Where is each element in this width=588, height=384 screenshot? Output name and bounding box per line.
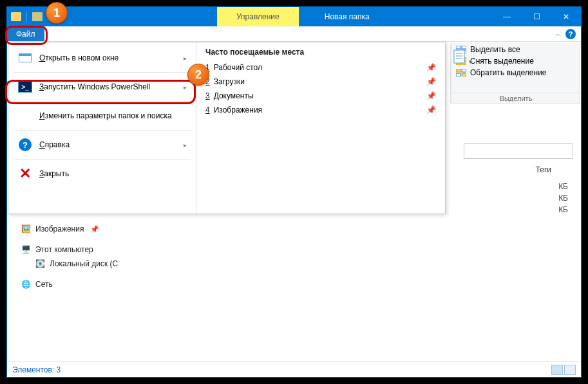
select-none-label: Снять выделение	[470, 57, 534, 66]
svg-rect-8	[456, 69, 460, 72]
column-header-tags[interactable]: Теги	[536, 165, 551, 174]
pin-icon[interactable]: 📌	[426, 77, 436, 86]
menu-separator	[14, 159, 191, 160]
folder-icon	[11, 12, 21, 21]
svg-rect-11	[462, 73, 466, 77]
size-value: КБ	[558, 205, 568, 214]
nav-label: Изображения	[35, 224, 84, 233]
help-icon[interactable]: ?	[565, 29, 576, 39]
quick-access-toolbar: ▾	[7, 12, 50, 22]
close-x-icon: ✕	[19, 167, 31, 181]
file-menu: Открыть в новом окне ▸ >_ Запустить Wind…	[8, 42, 446, 214]
callout-badge-2: 2	[187, 64, 209, 86]
status-bar: Элементов: 3	[7, 361, 581, 377]
close-button[interactable]: ✕	[551, 7, 581, 26]
svg-rect-12	[454, 50, 464, 63]
file-tab[interactable]: Файл	[7, 26, 44, 41]
network-icon: 🌐	[20, 279, 32, 289]
select-all-button[interactable]: Выделить все	[456, 45, 576, 54]
ribbon-group-title: Выделить	[452, 93, 580, 104]
svg-rect-1	[462, 46, 466, 49]
contextual-tab-manage[interactable]: Управление	[217, 7, 299, 26]
icons-view-button[interactable]	[564, 365, 576, 375]
maximize-button[interactable]: ☐	[522, 7, 551, 26]
details-view-button[interactable]	[551, 365, 563, 375]
window-title: Новая папка	[325, 12, 370, 21]
minimize-button[interactable]: —	[492, 7, 522, 26]
new-window-icon	[19, 53, 32, 62]
svg-rect-9	[462, 69, 466, 72]
ribbon-partial-icon: ▾	[453, 50, 472, 66]
pin-icon: 📌	[90, 225, 99, 233]
disk-icon: 💽	[34, 259, 46, 269]
nav-pictures[interactable]: 🖼️ Изображения 📌	[20, 222, 142, 236]
submenu-arrow-icon: ▸	[184, 142, 187, 149]
help-item[interactable]: ? Справка ▸	[8, 133, 196, 156]
place-label: РабРабочий столочий стол	[214, 63, 262, 72]
frequent-place-downloads[interactable]: 2 Загрузки 📌	[205, 75, 436, 89]
open-new-window-item[interactable]: Открыть в новом окне ▸	[8, 46, 196, 69]
close-item[interactable]: ✕ Закрыть	[8, 162, 196, 185]
search-input[interactable]	[464, 143, 573, 159]
invert-selection-button[interactable]: Обратить выделение	[456, 68, 576, 77]
submenu-arrow-icon: ▸	[184, 55, 187, 62]
size-value: КБ	[558, 182, 568, 191]
pin-icon[interactable]: 📌	[426, 63, 436, 72]
item-count: Элементов: 3	[12, 365, 61, 374]
size-column-values: КБ КБ КБ	[558, 182, 568, 214]
folder-options-item[interactable]: Изменить параметры папок и поиска	[8, 104, 196, 127]
accesskey-number: 4	[205, 105, 210, 114]
pin-icon[interactable]: 📌	[426, 91, 436, 100]
callout-badge-1: 1	[46, 2, 68, 24]
place-label: Загрузки	[214, 77, 245, 86]
invert-selection-label: Обратить выделение	[470, 68, 547, 77]
menu-separator	[14, 130, 191, 131]
svg-rect-0	[456, 46, 460, 49]
nav-network[interactable]: 🌐 Сеть	[20, 277, 142, 291]
accesskey-number: 3	[205, 91, 210, 100]
menu-separator	[14, 101, 191, 102]
nav-label: Сеть	[35, 280, 53, 289]
ribbon-separator	[450, 44, 451, 104]
select-none-button[interactable]: Снять выделение	[456, 57, 576, 66]
frequent-place-pictures[interactable]: 4 Изображения 📌	[205, 103, 436, 117]
submenu-arrow-icon: ▸	[184, 84, 187, 91]
invert-selection-icon	[456, 69, 466, 77]
powershell-icon: >_	[18, 81, 32, 93]
svg-rect-10	[456, 73, 460, 77]
blank-icon	[17, 109, 33, 122]
frequent-places-header: Часто посещаемые места	[205, 48, 436, 57]
qat-separator	[26, 12, 27, 22]
size-value: КБ	[558, 194, 568, 203]
place-label: Изображения	[214, 105, 262, 114]
place-label: Документы	[214, 91, 254, 100]
frequent-places-panel: Часто посещаемые места 1 РабРабочий стол…	[196, 42, 445, 214]
nav-label: Локальный диск (C	[50, 259, 118, 268]
collapse-ribbon-icon[interactable]: ︿	[555, 30, 562, 39]
menu-separator	[14, 72, 191, 73]
file-menu-commands: Открыть в новом окне ▸ >_ Запустить Wind…	[8, 42, 196, 214]
pictures-icon: 🖼️	[20, 224, 32, 234]
folder-icon	[32, 12, 43, 21]
ribbon-tabs: Файл ︿ ?	[7, 26, 581, 42]
help-icon: ?	[19, 138, 32, 151]
frequent-place-documents[interactable]: 3 Документы 📌	[205, 89, 436, 103]
nav-this-pc[interactable]: 🖥️ Этот компьютер	[20, 242, 142, 257]
pin-icon[interactable]: 📌	[426, 105, 436, 114]
frequent-place-desktop[interactable]: 1 РабРабочий столочий стол 📌	[205, 60, 436, 75]
select-all-label: Выделить все	[470, 45, 520, 54]
titlebar: ▾ Управление Новая папка — ☐ ✕	[7, 7, 581, 26]
computer-icon: 🖥️	[20, 244, 32, 255]
explorer-window: ▾ Управление Новая папка — ☐ ✕ Файл ︿ ? …	[6, 6, 582, 378]
window-controls: — ☐ ✕	[492, 7, 581, 26]
nav-local-disk[interactable]: 💽 Локальный диск (C	[20, 257, 142, 271]
nav-label: Этот компьютер	[35, 245, 93, 254]
run-powershell-item[interactable]: >_ Запустить Windows PowerShell ▸	[8, 75, 196, 98]
